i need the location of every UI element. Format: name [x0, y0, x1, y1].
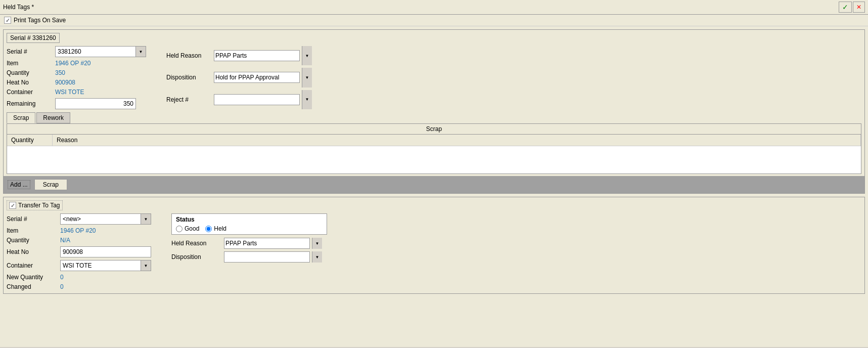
- reject-dropdown-btn[interactable]: [302, 90, 312, 109]
- print-tags-bar: ✓ Print Tags On Save: [0, 15, 868, 26]
- disposition-label: Disposition: [166, 74, 212, 81]
- serial-group: Serial # 3381260 Serial # Item 1946 OP #…: [3, 29, 865, 194]
- t-serial-input-field[interactable]: [61, 214, 141, 224]
- print-tags-checkbox[interactable]: ✓: [4, 17, 11, 24]
- reject-select-field[interactable]: [214, 96, 299, 103]
- ok-button[interactable]: [839, 2, 852, 13]
- tab-rework[interactable]: Rework: [36, 112, 70, 123]
- radio-row: Good Held: [176, 225, 323, 232]
- print-tags-label: Print Tags On Save: [14, 17, 66, 24]
- reject-select[interactable]: [214, 94, 300, 105]
- radio-held-label: Held: [214, 225, 226, 232]
- remaining-input[interactable]: [55, 98, 136, 109]
- t-held-reason-select-field[interactable]: PPAP Parts: [224, 240, 309, 247]
- tab-scrap[interactable]: Scrap: [7, 112, 35, 123]
- reject-label: Reject #: [166, 96, 212, 103]
- tabs-bar: Scrap Rework: [7, 112, 861, 123]
- item-label: Item: [7, 60, 52, 67]
- scrap-button[interactable]: Scrap: [34, 179, 67, 190]
- serial-dropdown-btn[interactable]: [135, 47, 146, 57]
- serial-group-title: Serial # 3381260: [7, 33, 60, 43]
- t-heat-no-input[interactable]: [60, 246, 151, 257]
- held-reason-select[interactable]: PPAP Parts: [214, 50, 300, 61]
- main-area: Serial # 3381260 Serial # Item 1946 OP #…: [0, 26, 868, 347]
- transfer-section: ✓ Transfer To Tag Serial # Item 1946 OP …: [3, 197, 865, 294]
- t-serial-dropdown-btn[interactable]: [141, 214, 151, 224]
- serial-label: Serial #: [7, 48, 52, 55]
- disposition-dropdown-btn[interactable]: [302, 68, 312, 87]
- serial-input-field[interactable]: [56, 47, 135, 56]
- t-held-reason-select[interactable]: PPAP Parts: [224, 238, 310, 249]
- status-label: Status: [176, 216, 323, 223]
- radio-held-input[interactable]: [205, 226, 212, 232]
- radio-good[interactable]: Good: [176, 225, 199, 232]
- t-held-reason-dropdown-btn[interactable]: [312, 238, 322, 249]
- radio-held[interactable]: Held: [205, 225, 226, 232]
- t-serial-label: Serial #: [7, 215, 57, 223]
- t-disposition-label: Disposition: [171, 253, 222, 260]
- window-title: Held Tags *: [3, 4, 34, 11]
- heat-no-value: 900908: [55, 79, 146, 86]
- add-link[interactable]: Add ...: [8, 180, 30, 189]
- t-changed-label: Changed: [7, 283, 57, 290]
- scrap-columns: Quantity Reason: [7, 135, 861, 146]
- t-new-quantity-label: New Quantity: [7, 274, 57, 281]
- held-reason-dropdown-btn[interactable]: [302, 46, 312, 65]
- t-serial-input[interactable]: [60, 213, 151, 225]
- quantity-value: 350: [55, 69, 146, 76]
- item-value: 1946 OP #20: [55, 60, 146, 67]
- t-container-label: Container: [7, 262, 57, 269]
- scrap-col-quantity: Quantity: [7, 135, 53, 146]
- scrap-panel: Scrap Quantity Reason: [7, 123, 861, 174]
- container-label: Container: [7, 89, 52, 96]
- action-bar: Add ... Scrap: [4, 176, 864, 193]
- t-quantity-label: Quantity: [7, 237, 57, 244]
- held-reason-label: Held Reason: [166, 52, 212, 59]
- disposition-select[interactable]: Hold for PPAP Approval: [214, 72, 300, 83]
- t-new-quantity-value: 0: [60, 274, 151, 281]
- serial-input[interactable]: [55, 46, 146, 57]
- t-disposition-select[interactable]: [224, 251, 310, 263]
- remaining-label: Remaining: [7, 100, 52, 107]
- disposition-select-field[interactable]: Hold for PPAP Approval: [214, 74, 299, 81]
- t-held-reason-label: Held Reason: [171, 240, 222, 247]
- transfer-title-label: Transfer To Tag: [18, 202, 60, 209]
- t-heat-no-label: Heat No: [7, 248, 57, 255]
- t-container-dropdown-btn[interactable]: [141, 260, 151, 271]
- t-container-input[interactable]: [60, 260, 151, 271]
- heat-no-label: Heat No: [7, 79, 52, 86]
- t-item-label: Item: [7, 227, 57, 234]
- cancel-button[interactable]: [853, 2, 865, 13]
- quantity-label: Quantity: [7, 69, 52, 76]
- t-container-input-field[interactable]: [61, 261, 141, 270]
- t-item-value: 1946 OP #20: [60, 227, 151, 234]
- container-value: WSI TOTE: [55, 89, 146, 96]
- radio-good-input[interactable]: [176, 226, 182, 232]
- scrap-col-reason: Reason: [53, 135, 861, 146]
- scrap-rows-area: [7, 146, 861, 173]
- t-quantity-value: N/A: [60, 237, 151, 244]
- transfer-title: ✓ Transfer To Tag: [7, 200, 63, 210]
- title-bar: Held Tags *: [0, 0, 868, 15]
- transfer-checkbox[interactable]: ✓: [9, 202, 16, 209]
- scrap-header: Scrap: [7, 124, 861, 135]
- radio-good-label: Good: [185, 225, 199, 232]
- t-disposition-dropdown-btn[interactable]: [312, 251, 322, 263]
- held-reason-select-field[interactable]: PPAP Parts: [214, 52, 299, 59]
- t-changed-value: 0: [60, 283, 151, 290]
- t-disposition-select-field[interactable]: [224, 253, 309, 260]
- status-group: Status Good Held: [171, 213, 327, 235]
